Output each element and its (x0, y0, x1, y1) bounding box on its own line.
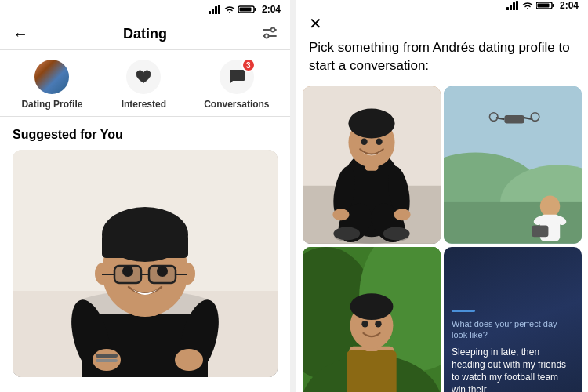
svg-point-8 (271, 27, 275, 31)
right-panel: 2:04 ✕ Pick something from Andrés dating… (296, 0, 588, 392)
interested-label: Interested (122, 99, 166, 110)
suggested-title: Suggested for You (13, 128, 278, 142)
right-status-icons: 2:04 (506, 0, 579, 11)
right-header: ✕ Pick something from Andrés dating prof… (296, 11, 588, 83)
svg-rect-41 (537, 4, 549, 8)
photo-card-3[interactable] (303, 247, 441, 392)
conversations-badge: 3 (241, 58, 256, 72)
svg-rect-36 (510, 5, 512, 10)
svg-rect-33 (96, 354, 118, 358)
interested-icon-wrapper (126, 60, 161, 94)
suggested-section: Suggested for You (0, 117, 290, 383)
left-time: 2:04 (262, 4, 281, 15)
svg-point-58 (394, 209, 411, 220)
tab-dating-profile[interactable]: Dating Profile (20, 60, 83, 110)
signal-icon (209, 5, 221, 14)
svg-point-53 (361, 138, 367, 144)
photo-card-4[interactable]: What does your perfect day look like? Sl… (444, 247, 582, 392)
left-status-icons: 2:04 (209, 4, 281, 15)
svg-point-81 (350, 293, 394, 320)
svg-rect-2 (215, 6, 217, 14)
right-battery-icon (536, 1, 555, 10)
svg-point-57 (332, 209, 349, 220)
dating-profile-label: Dating Profile (21, 99, 82, 110)
profile-card[interactable] (13, 150, 278, 377)
svg-rect-3 (218, 5, 220, 14)
photo4-accent (452, 310, 475, 312)
nav-header: ← Dating (0, 19, 290, 50)
page-title: Dating (123, 26, 167, 42)
heart-icon (126, 60, 161, 94)
svg-rect-5 (254, 8, 256, 11)
svg-point-54 (376, 138, 382, 144)
conversations-icon-wrapper: 3 (220, 60, 254, 94)
svg-point-28 (157, 266, 168, 277)
left-status-bar: 2:04 (0, 0, 290, 19)
svg-rect-63 (504, 115, 524, 124)
svg-rect-35 (506, 7, 509, 10)
profile-card-image (13, 150, 278, 377)
svg-rect-40 (552, 4, 554, 7)
svg-point-48 (333, 227, 360, 240)
photo4-answer: Sleeping in late, then heading out with … (452, 346, 574, 392)
battery-icon (238, 5, 257, 14)
right-status-bar: 2:04 (296, 0, 588, 11)
pick-text: Pick something from Andrés dating profil… (309, 39, 575, 75)
conversations-label: Conversations (204, 99, 269, 110)
svg-point-83 (375, 321, 381, 327)
photo-card-1[interactable] (303, 86, 441, 244)
right-signal-icon (506, 1, 519, 10)
dating-profile-avatar (34, 60, 69, 94)
svg-point-82 (361, 321, 368, 327)
svg-point-10 (265, 34, 269, 38)
photo-card-2[interactable] (444, 86, 582, 244)
right-wifi-icon (522, 1, 533, 10)
svg-rect-6 (239, 8, 251, 12)
tab-conversations[interactable]: 3 Conversations (204, 60, 269, 110)
tab-interested[interactable]: Interested (112, 60, 175, 110)
tabs-row: Dating Profile Interested 3 (0, 50, 290, 117)
close-button[interactable]: ✕ (309, 15, 322, 32)
svg-point-52 (348, 108, 394, 138)
svg-rect-72 (532, 225, 548, 237)
svg-rect-38 (516, 1, 518, 10)
svg-point-68 (540, 195, 560, 216)
svg-rect-78 (347, 350, 396, 392)
wifi-icon (224, 5, 235, 14)
svg-point-32 (175, 349, 203, 371)
svg-point-27 (122, 266, 133, 277)
svg-rect-1 (212, 9, 214, 14)
photo4-question: What does your perfect day look like? (452, 318, 574, 341)
svg-rect-0 (209, 11, 211, 14)
svg-rect-37 (513, 2, 515, 10)
photos-grid: What does your perfect day look like? Sl… (296, 83, 588, 392)
right-time: 2:04 (560, 0, 579, 11)
left-panel: 2:04 ← Dating Dating Profile (0, 0, 290, 392)
dating-profile-icon-wrapper (34, 60, 69, 94)
svg-rect-34 (96, 359, 118, 362)
back-button[interactable]: ← (13, 25, 28, 43)
svg-rect-21 (102, 234, 188, 258)
settings-icon[interactable] (262, 27, 278, 42)
svg-point-49 (383, 227, 410, 240)
